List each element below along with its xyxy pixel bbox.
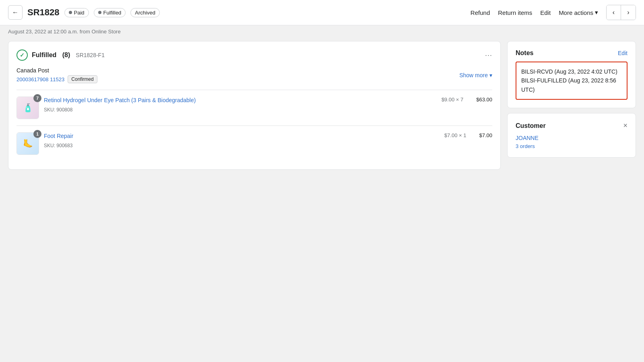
product-total-2: $7.00 <box>479 132 492 138</box>
fulfilled-status: Fulfilled <box>32 51 56 59</box>
shipping-row: Canada Post 20003617908 11523 Confirmed … <box>17 67 492 83</box>
customer-title: Customer <box>516 122 546 130</box>
customer-card: Customer × JOANNE 3 orders <box>507 113 636 158</box>
product-sku-1: SKU: 900808 <box>44 107 72 113</box>
archived-badge: Archived <box>130 8 160 17</box>
fulfillment-id: SR1828-F1 <box>76 52 105 58</box>
fulfillment-card: ✓ Fulfilled (8) SR1828-F1 ··· Canada Pos… <box>8 41 501 170</box>
product-item-2: 🦶 1 Foot Repair SKU: 900683 $7.00 × 1 $7… <box>17 125 492 161</box>
paid-label: Paid <box>74 10 85 16</box>
confirmed-badge: Confirmed <box>68 75 97 83</box>
notes-title: Notes <box>516 49 533 57</box>
more-actions-button[interactable]: More actions ▾ <box>559 9 598 16</box>
order-id: SR1828 <box>27 7 60 18</box>
shipping-info: Canada Post 20003617908 11523 Confirmed <box>17 67 97 83</box>
fulfilled-header: ✓ Fulfilled (8) SR1828-F1 ··· <box>17 49 492 61</box>
right-panel: Notes Edit BILSI-RCVD (Aug 23, 2022 4:02… <box>507 41 636 170</box>
header-left: ← SR1828 Paid Fulfilled Archived <box>8 5 464 20</box>
product-sku-2: SKU: 900683 <box>44 143 72 148</box>
notes-header: Notes Edit <box>516 49 627 57</box>
product-price-2: $7.00 × 1 <box>444 132 466 138</box>
product-name-link-2[interactable]: Foot Repair <box>44 132 431 140</box>
tracking-number-link[interactable]: 20003617908 11523 <box>17 76 64 82</box>
chevron-down-icon: ▾ <box>489 72 492 78</box>
product-total-1: $63.00 <box>476 97 492 103</box>
tracking-row: 20003617908 11523 Confirmed <box>17 75 97 83</box>
product-details-2: Foot Repair SKU: 900683 <box>44 132 431 148</box>
check-circle-icon: ✓ <box>17 49 28 61</box>
page-header: ← SR1828 Paid Fulfilled Archived Refund … <box>0 0 644 25</box>
carrier-name: Canada Post <box>17 67 97 74</box>
header-actions: Refund Return items Edit More actions ▾ … <box>471 5 636 20</box>
paid-dot <box>69 11 72 14</box>
show-more-button[interactable]: Show more ▾ <box>459 72 492 78</box>
product-qty-badge-2: 1 <box>33 130 41 138</box>
product-image-wrap-2: 🦶 1 <box>17 132 39 155</box>
notes-content: BILSI-RCVD (Aug 23, 2022 4:02 UTC) BILSI… <box>516 62 627 100</box>
back-button[interactable]: ← <box>8 5 23 20</box>
fulfilled-label: Fulfilled <box>103 10 122 16</box>
notes-card: Notes Edit BILSI-RCVD (Aug 23, 2022 4:02… <box>507 41 636 108</box>
more-actions-label: More actions <box>559 9 593 16</box>
navigation-buttons: ‹ › <box>606 5 636 20</box>
customer-header: Customer × <box>516 121 627 130</box>
return-items-button[interactable]: Return items <box>498 9 532 16</box>
show-more-label: Show more <box>459 72 488 78</box>
product-price-1: $9.00 × 7 <box>442 97 464 103</box>
fulfilled-dot <box>98 11 101 14</box>
fulfilled-badge: Fulfilled <box>94 8 126 17</box>
product-image-wrap-1: 🧴 7 <box>17 97 39 119</box>
customer-orders-link[interactable]: 3 orders <box>516 143 535 149</box>
prev-order-button[interactable]: ‹ <box>607 5 621 20</box>
main-content: ✓ Fulfilled (8) SR1828-F1 ··· Canada Pos… <box>0 41 644 178</box>
customer-name-link[interactable]: JOANNE <box>516 135 627 141</box>
product-name-link-1[interactable]: Retinol Hydrogel Under Eye Patch (3 Pair… <box>44 97 429 105</box>
dropdown-arrow-icon: ▾ <box>595 9 598 16</box>
edit-button[interactable]: Edit <box>540 9 551 16</box>
left-panel: ✓ Fulfilled (8) SR1828-F1 ··· Canada Pos… <box>8 41 501 170</box>
next-order-button[interactable]: › <box>621 5 636 20</box>
product-details-1: Retinol Hydrogel Under Eye Patch (3 Pair… <box>44 97 429 113</box>
order-subtitle: August 23, 2022 at 12:00 a.m. from Onlin… <box>0 25 644 41</box>
product-item-1: 🧴 7 Retinol Hydrogel Under Eye Patch (3 … <box>17 90 492 125</box>
customer-close-button[interactable]: × <box>623 121 627 130</box>
fulfilled-title: ✓ Fulfilled (8) SR1828-F1 <box>17 49 105 61</box>
more-options-icon[interactable]: ··· <box>485 51 492 60</box>
notes-edit-link[interactable]: Edit <box>618 50 627 56</box>
fulfilled-count: (8) <box>60 51 70 59</box>
product-qty-badge-1: 7 <box>33 94 41 102</box>
paid-badge: Paid <box>64 8 89 17</box>
archived-label: Archived <box>135 10 155 16</box>
refund-button[interactable]: Refund <box>471 9 490 16</box>
